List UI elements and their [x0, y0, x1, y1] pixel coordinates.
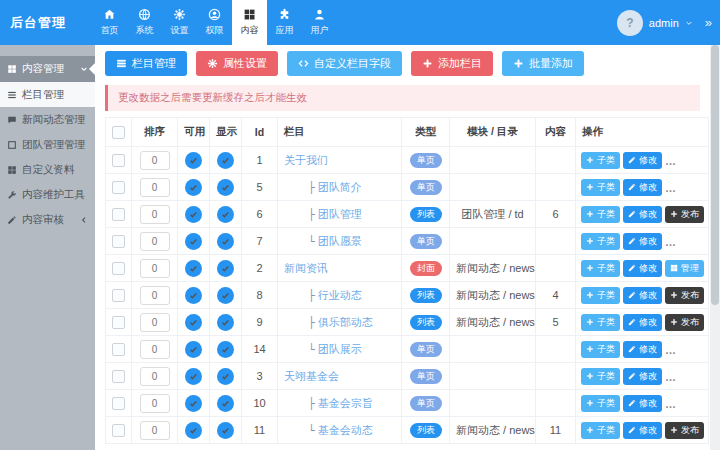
- top-nav-item-7[interactable]: 用户: [302, 0, 337, 45]
- more-actions-button[interactable]: …: [665, 235, 677, 247]
- toolbar-button-3[interactable]: 自定义栏目字段: [287, 51, 402, 76]
- row-checkbox[interactable]: [112, 343, 125, 356]
- op-child-button[interactable]: 子类: [581, 179, 620, 196]
- row-checkbox[interactable]: [112, 154, 125, 167]
- op-child-button[interactable]: 子类: [581, 341, 620, 358]
- op-edit-button[interactable]: 修改: [623, 206, 662, 223]
- select-all-checkbox[interactable]: [112, 126, 125, 139]
- sidebar-item-7[interactable]: 内容审核: [0, 207, 95, 232]
- column-title-link[interactable]: 基金会动态: [318, 424, 373, 436]
- more-actions-button[interactable]: …: [665, 343, 677, 355]
- username[interactable]: admin: [649, 17, 679, 29]
- sort-input[interactable]: [140, 259, 170, 278]
- op-edit-button[interactable]: 修改: [623, 341, 662, 358]
- op-edit-button[interactable]: 修改: [623, 260, 662, 277]
- top-nav-item-1[interactable]: 首页: [92, 0, 127, 45]
- sort-input[interactable]: [140, 421, 170, 440]
- op-child-button[interactable]: 子类: [581, 368, 620, 385]
- enabled-toggle[interactable]: [185, 287, 202, 304]
- op-child-button[interactable]: 子类: [581, 395, 620, 412]
- visible-toggle[interactable]: [217, 422, 234, 439]
- more-actions-button[interactable]: …: [707, 208, 709, 220]
- enabled-toggle[interactable]: [185, 206, 202, 223]
- column-title-link[interactable]: 基金会宗旨: [318, 397, 373, 409]
- sidebar-item-2[interactable]: 栏目管理: [0, 82, 95, 107]
- op-edit-button[interactable]: 修改: [623, 395, 662, 412]
- top-nav-item-6[interactable]: 应用: [267, 0, 302, 45]
- column-title-link[interactable]: 关于我们: [284, 154, 328, 166]
- row-checkbox[interactable]: [112, 370, 125, 383]
- op-child-button[interactable]: 子类: [581, 422, 620, 439]
- sort-input[interactable]: [140, 151, 170, 170]
- visible-toggle[interactable]: [217, 233, 234, 250]
- top-nav-item-5[interactable]: 内容: [232, 0, 267, 45]
- enabled-toggle[interactable]: [185, 260, 202, 277]
- op-edit-button[interactable]: 修改: [623, 233, 662, 250]
- row-checkbox[interactable]: [112, 262, 125, 275]
- sort-input[interactable]: [140, 286, 170, 305]
- visible-toggle[interactable]: [217, 179, 234, 196]
- top-nav-item-2[interactable]: 系统: [127, 0, 162, 45]
- visible-toggle[interactable]: [217, 395, 234, 412]
- op-edit-button[interactable]: 修改: [623, 179, 662, 196]
- scrollbar-thumb[interactable]: [711, 45, 719, 305]
- visible-toggle[interactable]: [217, 314, 234, 331]
- sidebar-item-6[interactable]: 内容维护工具: [0, 182, 95, 207]
- more-actions-button[interactable]: …: [707, 289, 709, 301]
- visible-toggle[interactable]: [217, 152, 234, 169]
- op-child-button[interactable]: 子类: [581, 152, 620, 169]
- chevron-down-icon[interactable]: [685, 17, 693, 29]
- enabled-toggle[interactable]: [185, 341, 202, 358]
- op-edit-button[interactable]: 修改: [623, 152, 662, 169]
- row-checkbox[interactable]: [112, 208, 125, 221]
- enabled-toggle[interactable]: [185, 314, 202, 331]
- column-title-link[interactable]: 新闻资讯: [284, 262, 328, 274]
- op-child-button[interactable]: 子类: [581, 206, 620, 223]
- sidebar-item-1[interactable]: 内容管理: [0, 56, 95, 82]
- op-child-button[interactable]: 子类: [581, 260, 620, 277]
- op-child-button[interactable]: 子类: [581, 287, 620, 304]
- visible-toggle[interactable]: [217, 206, 234, 223]
- visible-toggle[interactable]: [217, 341, 234, 358]
- toolbar-button-2[interactable]: 属性设置: [196, 51, 278, 76]
- column-title-link[interactable]: 俱乐部动态: [318, 316, 373, 328]
- sidebar-item-5[interactable]: 自定义资料: [0, 157, 95, 182]
- enabled-toggle[interactable]: [185, 152, 202, 169]
- enabled-toggle[interactable]: [185, 368, 202, 385]
- more-actions-button[interactable]: …: [707, 262, 709, 274]
- op-publish-button[interactable]: 发布: [665, 314, 704, 331]
- vertical-scrollbar[interactable]: [710, 45, 720, 450]
- sort-input[interactable]: [140, 367, 170, 386]
- row-checkbox[interactable]: [112, 289, 125, 302]
- sidebar-item-3[interactable]: 新闻动态管理: [0, 107, 95, 132]
- sort-input[interactable]: [140, 394, 170, 413]
- more-actions-button[interactable]: …: [665, 370, 677, 382]
- column-title-link[interactable]: 团队管理: [318, 208, 362, 220]
- sort-input[interactable]: [140, 205, 170, 224]
- op-child-button[interactable]: 子类: [581, 233, 620, 250]
- toolbar-button-4[interactable]: 添加栏目: [411, 51, 493, 76]
- more-actions-button[interactable]: …: [665, 181, 677, 193]
- op-manage-button[interactable]: 管理: [665, 260, 704, 277]
- op-edit-button[interactable]: 修改: [623, 368, 662, 385]
- op-publish-button[interactable]: 发布: [665, 422, 704, 439]
- visible-toggle[interactable]: [217, 260, 234, 277]
- enabled-toggle[interactable]: [185, 179, 202, 196]
- column-title-link[interactable]: 团队展示: [318, 343, 362, 355]
- toolbar-button-1[interactable]: 栏目管理: [105, 51, 187, 76]
- toolbar-button-5[interactable]: 批量添加: [502, 51, 584, 76]
- more-actions-button[interactable]: …: [665, 154, 677, 166]
- column-title-link[interactable]: 团队愿景: [318, 235, 362, 247]
- avatar[interactable]: ?: [617, 10, 643, 36]
- top-nav-item-4[interactable]: 权限: [197, 0, 232, 45]
- more-actions-button[interactable]: …: [707, 424, 709, 436]
- row-checkbox[interactable]: [112, 424, 125, 437]
- visible-toggle[interactable]: [217, 287, 234, 304]
- visible-toggle[interactable]: [217, 368, 234, 385]
- top-nav-item-3[interactable]: 设置: [162, 0, 197, 45]
- row-checkbox[interactable]: [112, 397, 125, 410]
- sort-input[interactable]: [140, 313, 170, 332]
- more-actions-button[interactable]: …: [665, 397, 677, 409]
- row-checkbox[interactable]: [112, 235, 125, 248]
- sort-input[interactable]: [140, 340, 170, 359]
